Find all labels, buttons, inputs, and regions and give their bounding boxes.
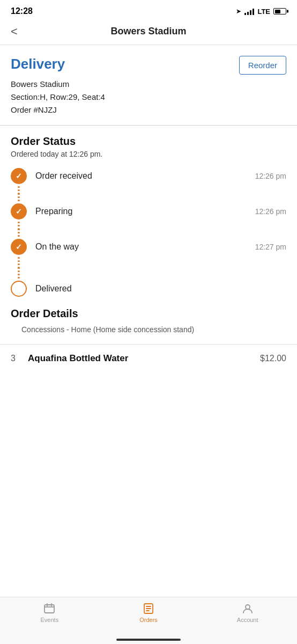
order-number: Order #NJZJ [11,104,286,116]
order-status-title: Order Status [11,135,286,148]
tab-events[interactable]: Events [0,603,99,623]
tab-bar: Events Orders Account [0,597,297,644]
svg-point-8 [246,605,250,609]
dots-2 [11,219,286,239]
order-details-section: Order Details Concessions - Home (Home s… [11,308,286,335]
step-time-3: 12:27 pm [255,243,286,251]
item-name: Aquafina Bottled Water [28,353,260,364]
status-bar: 12:28 ➤ LTE [0,0,297,20]
orders-icon [143,603,154,614]
step-preparing: ✓ Preparing 12:26 pm [11,203,286,219]
ordered-time: Ordered today at 12:26 pm. [11,150,286,158]
signal-bars-icon [244,8,254,15]
svg-rect-0 [44,605,54,613]
battery-icon [273,8,286,14]
step-label-4: Delivered [35,284,72,294]
dots-1 [11,184,286,203]
step-on-the-way: ✓ On the way 12:27 pm [11,239,286,255]
step-label-3: On the way [35,242,79,252]
delivery-header: Delivery Reorder [11,56,286,75]
divider-1 [0,125,297,126]
order-details-title: Order Details [11,308,286,320]
back-button[interactable]: < [11,25,18,39]
dots-3 [11,255,286,281]
checkmark-icon-2: ✓ [16,207,22,216]
step-time-2: 12:26 pm [255,207,286,216]
tab-account[interactable]: Account [198,603,297,623]
seat-info: Section:H, Row:29, Seat:4 [11,91,286,104]
delivery-title: Delivery [11,56,65,72]
step-circle-1: ✓ [11,168,27,184]
events-icon [43,603,55,614]
order-item-row: 3 Aquafina Bottled Water $12.00 [11,345,286,372]
delivery-info: Bowers Stadium Section:H, Row:29, Seat:4… [11,78,286,116]
home-indicator [116,639,181,641]
step-time-1: 12:26 pm [255,172,286,180]
tab-orders-label: Orders [139,617,158,623]
status-icons: ➤ LTE [236,8,286,16]
page-title: Bowers Stadium [110,26,186,37]
tab-orders[interactable]: Orders [99,603,198,623]
tab-account-label: Account [237,617,258,623]
step-order-received: ✓ Order received 12:26 pm [11,168,286,184]
checkmark-icon-1: ✓ [16,172,22,180]
step-circle-4 [11,281,27,297]
item-price: $12.00 [260,354,286,363]
step-circle-3: ✓ [11,239,27,255]
checkmark-icon-3: ✓ [16,243,22,251]
tab-events-label: Events [41,617,59,623]
step-circle-2: ✓ [11,203,27,219]
reorder-button[interactable]: Reorder [239,56,286,75]
step-label-1: Order received [35,171,92,181]
status-steps: ✓ Order received 12:26 pm ✓ Preparing [11,168,286,297]
nav-header: < Bowers Stadium [0,20,297,45]
lte-label: LTE [257,8,270,16]
venue-name: Bowers Stadium [11,78,286,91]
step-delivered: Delivered [11,281,286,297]
item-quantity: 3 [11,354,24,363]
main-content: Delivery Reorder Bowers Stadium Section:… [0,45,297,372]
status-time: 12:28 [11,6,33,16]
step-label-2: Preparing [35,207,72,216]
account-icon [242,603,254,614]
location-icon: ➤ [236,8,241,15]
concession-info: Concessions - Home (Home side concession… [21,324,286,335]
